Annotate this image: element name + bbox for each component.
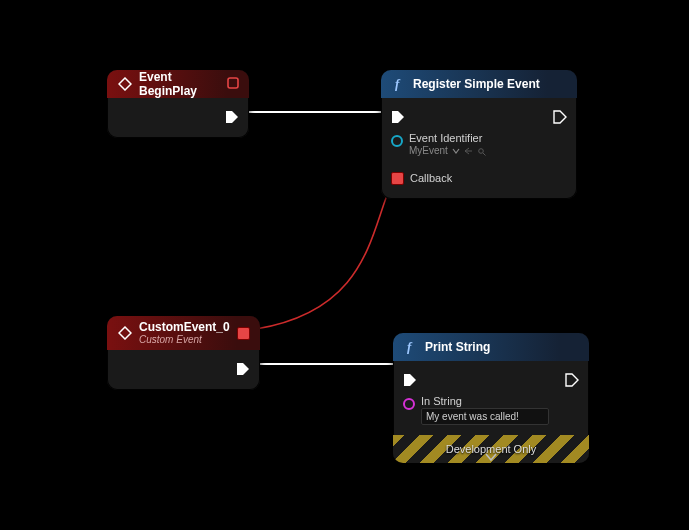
exec-out-pin[interactable]	[565, 373, 579, 387]
in-string-label: In String	[421, 395, 543, 408]
in-string-value[interactable]	[421, 408, 549, 425]
event-identifier-value[interactable]: MyEvent	[409, 145, 488, 157]
node-header: f Print String	[393, 333, 589, 361]
blueprint-canvas[interactable]: Event BeginPlay f	[0, 0, 689, 530]
svg-text:f: f	[407, 340, 413, 354]
exec-out-pin[interactable]	[236, 362, 250, 376]
event-icon	[117, 76, 133, 92]
node-custom-event[interactable]: CustomEvent_0 Custom Event	[107, 316, 260, 390]
exec-in-pin[interactable]	[391, 110, 405, 124]
function-icon: f	[403, 339, 419, 355]
node-print-string[interactable]: f Print String	[393, 333, 589, 463]
delegate-output-pin[interactable]	[237, 327, 250, 340]
back-icon	[464, 147, 473, 155]
in-string-pin[interactable]	[403, 398, 415, 410]
node-event-beginplay[interactable]: Event BeginPlay	[107, 70, 249, 138]
node-title: Register Simple Event	[413, 77, 540, 91]
exec-in-pin[interactable]	[403, 373, 417, 387]
callback-pin[interactable]	[391, 172, 404, 185]
chevron-down-icon	[452, 147, 460, 155]
callback-label: Callback	[410, 172, 452, 184]
exec-out-pin[interactable]	[553, 110, 567, 124]
event-icon	[117, 325, 133, 341]
search-icon	[477, 147, 486, 156]
event-identifier-pin[interactable]	[391, 135, 403, 147]
svg-text:f: f	[395, 77, 401, 91]
function-icon: f	[391, 76, 407, 92]
node-register-simple-event[interactable]: f Register Simple Event	[381, 70, 577, 199]
node-header: f Register Simple Event	[381, 70, 577, 98]
development-only-footer: Development Only	[393, 435, 589, 463]
event-identifier-label: Event Identifier	[409, 132, 482, 145]
node-subtitle: Custom Event	[139, 334, 230, 345]
node-title: Event BeginPlay	[139, 70, 227, 98]
svg-rect-0	[228, 78, 238, 88]
node-header: CustomEvent_0 Custom Event	[107, 316, 260, 350]
node-title: Print String	[425, 340, 490, 354]
exec-out-pin[interactable]	[225, 110, 239, 124]
svg-point-2	[479, 148, 484, 153]
chevron-down-icon[interactable]	[484, 451, 498, 463]
wire-delegate	[256, 183, 392, 329]
delegate-output-marker[interactable]	[227, 77, 239, 92]
node-header: Event BeginPlay	[107, 70, 249, 98]
